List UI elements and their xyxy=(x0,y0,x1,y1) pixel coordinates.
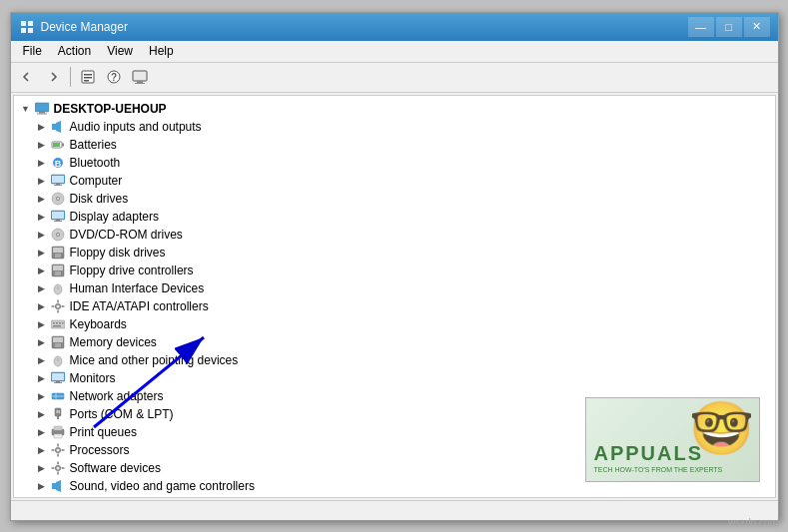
menu-action[interactable]: Action xyxy=(50,42,99,60)
tree-item[interactable]: ▶IDE ATA/ATAPI controllers xyxy=(14,297,775,315)
svg-rect-85 xyxy=(57,471,59,474)
tree-item[interactable]: ▶Storage controllers xyxy=(14,495,775,498)
svg-rect-7 xyxy=(84,80,89,82)
properties-button[interactable] xyxy=(76,65,100,89)
item-label: Sound, video and game controllers xyxy=(70,479,255,493)
svg-rect-32 xyxy=(56,220,60,221)
item-label: Ports (COM & LPT) xyxy=(70,407,174,421)
forward-button[interactable] xyxy=(41,65,65,89)
computer-icon xyxy=(34,101,50,117)
tree-item[interactable]: ▶BBluetooth xyxy=(14,154,775,172)
back-button[interactable] xyxy=(15,65,39,89)
minimize-button[interactable]: — xyxy=(688,17,714,37)
tree-item[interactable]: ▶Monitors xyxy=(14,369,775,387)
title-bar-left: Device Manager xyxy=(19,19,128,35)
svg-rect-39 xyxy=(55,254,61,258)
device-icon xyxy=(50,245,66,261)
status-bar: wsxdn.com xyxy=(11,500,778,520)
help-button[interactable]: ? xyxy=(102,65,126,89)
expand-icon: ▶ xyxy=(34,442,50,458)
svg-point-83 xyxy=(56,466,59,469)
expand-icon: ▶ xyxy=(34,280,50,296)
tree-item[interactable]: ▶Computer xyxy=(14,172,775,190)
svg-marker-17 xyxy=(56,121,61,133)
computer-button[interactable] xyxy=(128,65,152,89)
appuals-tagline: TECH HOW-TO'S FROM THE EXPERTS xyxy=(594,466,723,474)
menu-help[interactable]: Help xyxy=(141,42,182,60)
tree-item[interactable]: ▶Memory devices xyxy=(14,333,775,351)
item-label: IDE ATA/ATAPI controllers xyxy=(70,299,209,313)
tree-item[interactable]: ▶Disk drives xyxy=(14,190,775,208)
svg-rect-16 xyxy=(52,124,56,130)
expand-icon: ▶ xyxy=(34,227,50,243)
tree-item[interactable]: ▶Batteries xyxy=(14,136,775,154)
menu-file[interactable]: File xyxy=(15,42,50,60)
window-title: Device Manager xyxy=(41,20,128,34)
close-button[interactable]: ✕ xyxy=(744,17,770,37)
svg-rect-49 xyxy=(51,305,54,307)
device-icon xyxy=(50,460,66,476)
item-label: Software devices xyxy=(70,461,161,475)
svg-rect-11 xyxy=(137,81,143,83)
device-icon xyxy=(50,191,66,207)
expand-icon: ▶ xyxy=(34,424,50,440)
tree-item[interactable]: ▶Audio inputs and outputs xyxy=(14,118,775,136)
svg-rect-70 xyxy=(56,410,58,413)
tree-item[interactable]: ▶Floppy drive controllers xyxy=(14,262,775,279)
root-label: DESKTOP-UEHOUP xyxy=(54,102,167,116)
svg-rect-0 xyxy=(21,21,26,26)
toolbar: ? xyxy=(11,63,778,93)
expand-icon: ▶ xyxy=(34,496,50,498)
appuals-brand: APPUALS xyxy=(594,443,704,463)
window-icon xyxy=(19,19,35,35)
tree-item[interactable]: ▶Keyboards xyxy=(14,315,775,333)
svg-rect-86 xyxy=(51,467,54,469)
maximize-button[interactable]: □ xyxy=(716,17,742,37)
item-label: Display adapters xyxy=(70,210,159,224)
item-label: Computer xyxy=(70,174,123,188)
svg-rect-38 xyxy=(53,248,63,253)
svg-rect-20 xyxy=(53,143,60,147)
device-icon xyxy=(50,478,66,494)
expand-icon: ▶ xyxy=(34,191,50,207)
expand-icon: ▶ xyxy=(34,298,50,314)
tree-item[interactable]: ▶Display adapters xyxy=(14,208,775,226)
svg-rect-24 xyxy=(52,176,64,183)
svg-rect-63 xyxy=(52,373,64,380)
svg-rect-26 xyxy=(54,185,62,186)
svg-rect-54 xyxy=(59,322,61,324)
svg-rect-19 xyxy=(62,143,64,146)
svg-point-77 xyxy=(56,448,59,451)
svg-rect-74 xyxy=(54,426,62,430)
device-icon xyxy=(50,298,66,314)
item-label: Processors xyxy=(70,443,130,457)
tree-item[interactable]: ▶Floppy disk drives xyxy=(14,244,775,262)
title-bar: Device Manager — □ ✕ xyxy=(11,13,778,41)
expand-icon: ▶ xyxy=(34,334,50,350)
tree-root[interactable]: ▼ DESKTOP-UEHOUP xyxy=(14,100,775,118)
item-label: Mice and other pointing devices xyxy=(70,353,239,367)
expand-icon: ▶ xyxy=(34,388,50,404)
svg-text:B: B xyxy=(54,159,61,169)
expand-icon: ▶ xyxy=(34,263,50,278)
svg-rect-80 xyxy=(51,449,54,451)
device-icon xyxy=(50,406,66,422)
tree-item[interactable]: ▶Mice and other pointing devices xyxy=(14,351,775,369)
tree-item[interactable]: ▶DVD/CD-ROM drives xyxy=(14,226,775,244)
tree-item[interactable]: ▶Human Interface Devices xyxy=(14,279,775,297)
svg-rect-56 xyxy=(53,325,61,327)
svg-rect-84 xyxy=(57,461,59,464)
device-icon xyxy=(50,424,66,440)
main-content[interactable]: ▼ DESKTOP-UEHOUP ▶Audio inputs and outpu… xyxy=(13,95,776,498)
device-icon xyxy=(50,263,66,278)
svg-rect-5 xyxy=(84,74,92,76)
svg-rect-12 xyxy=(135,83,145,84)
expand-icon: ▶ xyxy=(34,352,50,368)
svg-rect-14 xyxy=(39,112,45,114)
expand-icon: ▶ xyxy=(34,460,50,476)
device-icon xyxy=(50,496,66,498)
expand-icon: ▶ xyxy=(34,370,50,386)
svg-rect-81 xyxy=(61,449,64,451)
device-icon xyxy=(50,227,66,243)
menu-view[interactable]: View xyxy=(99,42,141,60)
